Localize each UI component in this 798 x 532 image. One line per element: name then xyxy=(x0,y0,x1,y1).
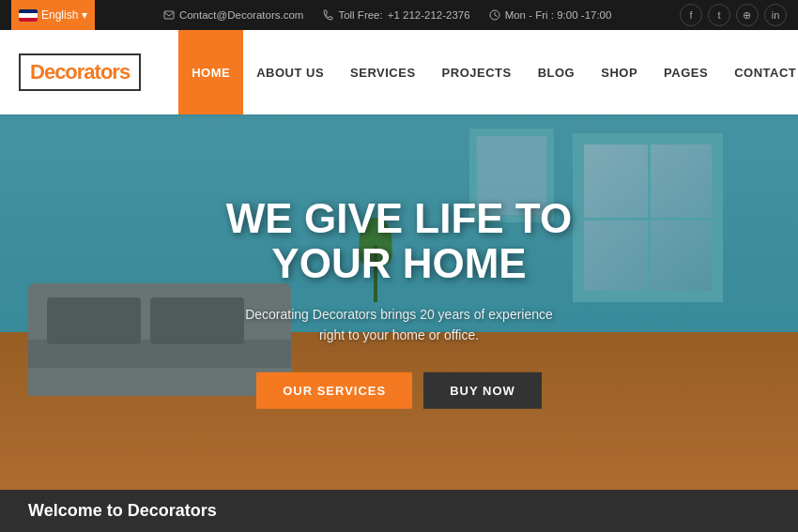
clock-icon xyxy=(489,9,500,21)
lang-section: English ▾ xyxy=(11,0,95,30)
nav-about[interactable]: ABOUT US xyxy=(243,30,337,114)
logo[interactable]: Decorators xyxy=(19,53,141,91)
globe-icon[interactable]: ⊕ xyxy=(736,4,759,26)
hero-title: WE GIVE LIFE TO YOUR HOME xyxy=(164,196,634,287)
bottom-banner: Welcome to Decorators xyxy=(0,490,798,532)
email-icon xyxy=(163,9,175,21)
main-nav: HOME ABOUT US SERVICES PROJECTS BLOG SHO… xyxy=(178,30,798,114)
nav-home[interactable]: HOME xyxy=(178,30,243,114)
logo-text: ecorators xyxy=(44,60,130,84)
nav-pages[interactable]: PAGES xyxy=(651,30,721,114)
top-bar-info: Contact@Decorators.com Toll Free: +1 212… xyxy=(163,9,612,21)
logo-highlight: D xyxy=(30,60,44,84)
svg-rect-0 xyxy=(164,11,174,19)
lang-arrow: ▾ xyxy=(82,8,87,22)
nav-services[interactable]: SERVICES xyxy=(337,30,429,114)
hero-section: WE GIVE LIFE TO YOUR HOME Decorating Dec… xyxy=(0,114,798,490)
svg-line-3 xyxy=(495,15,498,17)
nav-contact[interactable]: CONTACT xyxy=(721,30,798,114)
social-icons: f t ⊕ in xyxy=(680,4,787,26)
language-selector[interactable]: English ▾ xyxy=(11,0,95,30)
linkedin-icon[interactable]: in xyxy=(764,4,787,26)
bottom-banner-title: Welcome to Decorators xyxy=(28,501,217,521)
toll-free-number: +1 212-212-2376 xyxy=(388,9,470,21)
lang-label: English xyxy=(41,8,78,22)
nav-projects[interactable]: PROJECTS xyxy=(429,30,525,114)
phone-icon xyxy=(322,9,333,21)
flag-icon xyxy=(19,9,38,22)
phone-info: Toll Free: +1 212-212-2376 xyxy=(322,9,469,21)
buy-now-button[interactable]: BUY NOW xyxy=(423,372,542,408)
nav-blog[interactable]: BLOG xyxy=(525,30,589,114)
hours-info: Mon - Fri : 9:00 -17:00 xyxy=(489,9,612,21)
toll-free-label: Toll Free: xyxy=(338,9,382,21)
twitter-icon[interactable]: t xyxy=(708,4,730,26)
facebook-icon[interactable]: f xyxy=(680,4,702,26)
top-bar: English ▾ Contact@Decorators.com Toll Fr… xyxy=(0,0,798,30)
hero-content: WE GIVE LIFE TO YOUR HOME Decorating Dec… xyxy=(164,196,634,409)
header: Decorators HOME ABOUT US SERVICES PROJEC… xyxy=(0,30,798,114)
nav-shop[interactable]: SHOP xyxy=(588,30,651,114)
hero-buttons: OUR SERVICES BUY NOW xyxy=(164,372,634,408)
our-services-button[interactable]: OUR SERVICES xyxy=(256,372,412,408)
email-info: Contact@Decorators.com xyxy=(163,9,303,21)
hero-subtitle: Decorating Decorators brings 20 years of… xyxy=(164,304,634,346)
